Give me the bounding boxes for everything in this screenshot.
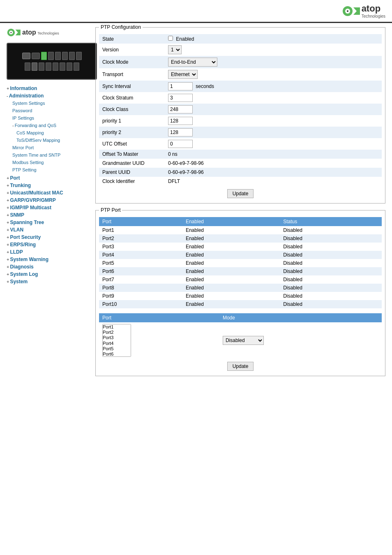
left-panel: atop Technologies: [7, 27, 89, 376]
nav-item-snmp[interactable]: +SNMP: [7, 211, 89, 219]
nav-sub-forwarding: CoS Mapping ToS/DiffServ Mapping: [12, 129, 89, 144]
nav-item-trunking[interactable]: +Trunking: [7, 182, 89, 189]
nav-item-ptp[interactable]: PTP Setting: [12, 166, 89, 173]
svg-marker-3: [353, 7, 360, 15]
port-cell-status: Disabled: [280, 267, 382, 275]
nav-item-tos-diffserv[interactable]: ToS/DiffServ Mapping: [16, 136, 89, 144]
config-row-offset-master: Offset To Master 0 ns: [99, 150, 382, 159]
nav-item-administration[interactable]: -Administration: [7, 92, 89, 99]
state-checkbox[interactable]: [168, 36, 173, 41]
port-cell-status: Disabled: [280, 275, 382, 284]
port-mode-listbox[interactable]: Port1 Port2 Port3 Port4 Port5 Port6: [102, 324, 131, 357]
priority2-input[interactable]: [168, 128, 193, 136]
port-row-port9: Port9 Enabled Disabled: [99, 292, 382, 300]
nav-item-mirror-port[interactable]: Mirror Port: [12, 144, 89, 151]
config-value-parent-uuid: 0-60-e9-7-98-96: [165, 168, 382, 177]
port-cell-enabled: Enabled: [182, 275, 280, 284]
config-label-grandmaster-uuid: Grandmaster UUID: [99, 159, 165, 168]
svg-marker-7: [16, 30, 21, 35]
nav-item-system-time[interactable]: System Time and SNTP: [12, 151, 89, 159]
config-value-clock-identifier: DFLT: [165, 177, 382, 186]
priority1-input[interactable]: [168, 117, 193, 125]
nav-item-cos-mapping[interactable]: CoS Mapping: [16, 129, 89, 136]
config-label-transport: Transport: [99, 68, 165, 81]
port-col-header: Port: [99, 217, 182, 226]
nav-item-garp[interactable]: +GARP/GVRP/GMRP: [7, 197, 89, 204]
config-row-sync-interval: Sync Interval seconds: [99, 81, 382, 92]
port-row-port8: Port8 Enabled Disabled: [99, 284, 382, 292]
nav-sub-administration: System Settings Password IP Settings -Fo…: [7, 99, 89, 173]
port-cell-port: Port7: [99, 275, 182, 284]
config-value-grandmaster-uuid: 0-60-e9-7-98-96: [165, 159, 382, 168]
nav-item-lldp[interactable]: +LLDP: [7, 248, 89, 256]
ptp-config-update-button[interactable]: Update: [227, 189, 254, 198]
nav-item-ip-settings[interactable]: IP Settings: [12, 114, 89, 122]
port-mode-table: Port Mode Port1 Port2 Port3 Port4: [99, 313, 382, 358]
nav-item-vlan[interactable]: +VLAN: [7, 226, 89, 234]
right-panel: PTP Configuration State Enabled Version: [95, 27, 385, 376]
nav-item-igmp[interactable]: +IGMP/IP Multicast: [7, 204, 89, 211]
svg-point-6: [10, 32, 12, 33]
nav-item-port[interactable]: +Port: [7, 174, 89, 182]
config-label-priority1: priority 1: [99, 115, 165, 127]
config-value-offset-master: 0 ns: [165, 150, 382, 159]
nav-item-system-log[interactable]: +System Log: [7, 271, 89, 278]
config-row-clock-identifier: Clock Identifier DFLT: [99, 177, 382, 186]
config-label-priority2: priority 2: [99, 127, 165, 138]
sync-interval-input[interactable]: [168, 82, 193, 90]
port-row-port2: Port2 Enabled Disabled: [99, 234, 382, 243]
port-mode-port-header: Port: [99, 313, 219, 322]
nav-item-modbus[interactable]: Modbus Setting: [12, 159, 89, 166]
port-cell-port: Port3: [99, 243, 182, 251]
ptp-config-title: PTP Configuration: [99, 24, 143, 30]
left-logo-icon: [7, 27, 21, 38]
port-row-port4: Port4 Enabled Disabled: [99, 251, 382, 259]
nav-item-erps-ring[interactable]: +ERPS/Ring: [7, 241, 89, 248]
config-row-priority1: priority 1: [99, 115, 382, 127]
port-cell-status: Disabled: [280, 243, 382, 251]
ptp-port-update-button[interactable]: Update: [227, 362, 254, 371]
nav-item-system-settings[interactable]: System Settings: [12, 99, 89, 107]
config-row-clock-class: Clock Class: [99, 104, 382, 115]
config-label-utc-offset: UTC Offset: [99, 138, 165, 150]
nav-item-spanning-tree[interactable]: +Spanning Tree: [7, 219, 89, 226]
port-mode-mode-header: Mode: [219, 313, 382, 322]
nav: +Information -Administration System Sett…: [7, 85, 89, 285]
config-row-version: Version 1 2: [99, 44, 382, 56]
port-row-port6: Port6 Enabled Disabled: [99, 267, 382, 275]
status-col-header: Status: [280, 217, 382, 226]
clock-mode-select[interactable]: End-to-End Peer-to-Peer: [168, 58, 217, 67]
nav-item-diagnosis[interactable]: +Diagnosis: [7, 263, 89, 271]
config-row-grandmaster-uuid: Grandmaster UUID 0-60-e9-7-98-96: [99, 159, 382, 168]
nav-item-system-warning[interactable]: +System Warning: [7, 256, 89, 263]
header: atop Technologies: [0, 0, 392, 23]
config-row-clock-mode: Clock Mode End-to-End Peer-to-Peer: [99, 56, 382, 68]
config-label-offset-master: Offset To Master: [99, 150, 165, 159]
header-logo-icon: [342, 4, 360, 18]
port-cell-enabled: Enabled: [182, 226, 280, 234]
config-row-utc-offset: UTC Offset: [99, 138, 382, 150]
version-select[interactable]: 1 2: [168, 45, 182, 54]
port-mode-select[interactable]: Disabled Master Slave: [223, 336, 264, 345]
nav-item-port-security[interactable]: +Port Security: [7, 234, 89, 241]
nav-item-information[interactable]: +Information: [7, 85, 89, 92]
left-logo-sub: Technologies: [37, 31, 59, 35]
nav-item-password[interactable]: Password: [12, 107, 89, 114]
transport-select[interactable]: Ethernet UDP/IP: [168, 70, 198, 79]
config-row-parent-uuid: Parent UUID 0-60-e9-7-98-96: [99, 168, 382, 177]
left-logo-text: atop: [22, 29, 36, 36]
nav-item-forwarding-qos[interactable]: -Forwarding and QoS: [12, 122, 89, 129]
port-cell-enabled: Enabled: [182, 243, 280, 251]
port-cell-port: Port9: [99, 292, 182, 300]
port-status-table: Port Enabled Status Port1 Enabled Disabl…: [99, 217, 382, 308]
config-row-clock-stratum: Clock Stratum: [99, 92, 382, 104]
nav-item-unicast-mac[interactable]: +Unicast/Multicast MAC: [7, 189, 89, 197]
clock-class-input[interactable]: [168, 105, 193, 113]
utc-offset-input[interactable]: [168, 140, 193, 148]
nav-item-system[interactable]: +System: [7, 278, 89, 285]
port-row-port10: Port10 Enabled Disabled: [99, 300, 382, 308]
port-cell-enabled: Enabled: [182, 292, 280, 300]
config-row-transport: Transport Ethernet UDP/IP: [99, 68, 382, 81]
port-cell-port: Port10: [99, 300, 182, 308]
clock-stratum-input[interactable]: [168, 94, 193, 102]
